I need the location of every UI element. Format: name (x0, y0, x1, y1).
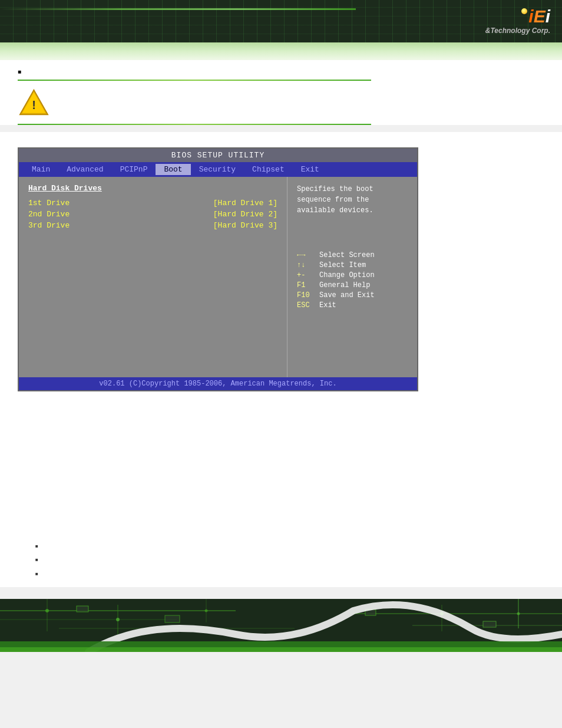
bios-desc-select-screen: Select Screen (319, 251, 375, 259)
bios-section-title: Hard Disk Drives (28, 184, 277, 193)
below-bios-paragraph-5 (18, 485, 544, 497)
logo-main: iEi (521, 8, 550, 25)
bios-menu-chipset[interactable]: Chipset (244, 164, 293, 175)
bios-drive-2-label: 2nd Drive (28, 210, 70, 219)
top-separator-line (18, 80, 371, 81)
bios-menu-main[interactable]: Main (24, 164, 58, 175)
bios-footer-text: v02.61 (C)Copyright 1985-2006, American … (99, 380, 336, 388)
bios-shortcut-select-item: ↑↓ Select Item (297, 261, 408, 269)
svg-rect-22 (483, 621, 496, 627)
bios-desc-change-option: Change Option (319, 271, 375, 279)
bios-body: Hard Disk Drives 1st Drive [Hard Drive 1… (19, 177, 417, 377)
bios-shortcut-f1: F1 General Help (297, 281, 408, 289)
bios-setup-utility: BIOS SETUP UTILITY Main Advanced PCIPnP … (18, 147, 418, 391)
svg-rect-20 (165, 615, 180, 622)
bottom-banner (0, 599, 562, 652)
bios-menu-boot[interactable]: Boot (156, 164, 190, 175)
svg-text:!: ! (32, 98, 36, 111)
green-fade-bar (0, 42, 562, 60)
logo-iei-text: iEi (528, 8, 550, 25)
bios-drive-row-2[interactable]: 2nd Drive [Hard Drive 2] (28, 210, 277, 219)
svg-point-14 (45, 609, 49, 612)
bottom-separator-line (18, 124, 371, 125)
bullet-item-3 (35, 568, 544, 581)
below-bios-paragraph (18, 410, 544, 423)
bios-key-arrows: ←→ (297, 251, 315, 259)
bios-key-f1: F1 (297, 281, 315, 289)
bios-right-panel: Specifies the bootsequence from theavail… (287, 177, 417, 377)
bullet-item-1 (35, 540, 544, 554)
warning-area: ! (18, 88, 544, 114)
bios-desc-select-item: Select Item (319, 261, 366, 269)
bios-drive-3-label: 3rd Drive (28, 221, 70, 230)
bios-desc-f1: General Help (319, 281, 370, 289)
bios-menu-bar[interactable]: Main Advanced PCIPnP Boot Security Chips… (19, 162, 417, 177)
bios-footer: v02.61 (C)Copyright 1985-2006, American … (19, 377, 417, 390)
bios-drive-3-value: [Hard Drive 3] (213, 221, 277, 230)
bios-drive-1-value: [Hard Drive 1] (213, 199, 277, 207)
top-bullet: ■ (18, 68, 21, 75)
bullet-item-2 (35, 554, 544, 567)
logo-dot (521, 8, 527, 14)
bios-desc-esc: Exit (319, 301, 336, 309)
bios-help-text: Specifies the bootsequence from theavail… (297, 184, 408, 216)
bios-title-text: BIOS SETUP UTILITY (171, 151, 265, 160)
bottom-bullet-list (35, 540, 544, 581)
svg-point-18 (517, 612, 520, 615)
bios-drive-2-value: [Hard Drive 2] (213, 210, 277, 219)
bios-desc-f10: Save and Exit (319, 291, 375, 299)
bios-shortcut-select-screen: ←→ Select Screen (297, 251, 408, 259)
bios-menu-advanced[interactable]: Advanced (58, 164, 111, 175)
bios-drive-1-label: 1st Drive (28, 199, 70, 207)
top-banner: iEi &Technology Corp. (0, 0, 562, 42)
bios-key-plusminus: +- (297, 271, 315, 279)
svg-rect-24 (0, 647, 562, 652)
below-bios-paragraph-7 (18, 522, 544, 534)
bios-key-updown: ↑↓ (297, 261, 315, 269)
bios-title-bar: BIOS SETUP UTILITY (19, 149, 417, 162)
bottom-circuit-board (0, 599, 562, 652)
below-bios-paragraph-3 (18, 447, 544, 460)
below-bios-paragraph-6 (18, 503, 544, 515)
logo-container: iEi &Technology Corp. (485, 8, 550, 35)
bios-left-panel: Hard Disk Drives 1st Drive [Hard Drive 1… (19, 177, 287, 377)
warning-triangle-icon: ! (18, 88, 47, 114)
svg-point-16 (205, 610, 208, 612)
logo-tagline: &Technology Corp. (485, 27, 550, 35)
bios-menu-security[interactable]: Security (191, 164, 244, 175)
bios-shortcut-esc: ESC Exit (297, 301, 408, 309)
below-bios-content (0, 410, 562, 587)
svg-point-15 (116, 618, 120, 621)
bios-key-esc: ESC (297, 301, 315, 309)
bios-drive-row-3[interactable]: 3rd Drive [Hard Drive 3] (28, 221, 277, 230)
bios-drive-row-1[interactable]: 1st Drive [Hard Drive 1] (28, 199, 277, 207)
below-bios-paragraph-4 (18, 466, 544, 478)
bios-key-f10: F10 (297, 291, 315, 299)
below-bios-paragraph-2 (18, 429, 544, 441)
bios-menu-exit[interactable]: Exit (293, 164, 328, 175)
svg-rect-19 (77, 606, 88, 612)
bios-menu-pcipnp[interactable]: PCIPnP (112, 164, 156, 175)
bios-shortcut-change-option: +- Change Option (297, 271, 408, 279)
bios-shortcuts-area: ←→ Select Screen ↑↓ Select Item +- Chang… (297, 251, 408, 309)
bios-shortcut-f10: F10 Save and Exit (297, 291, 408, 299)
